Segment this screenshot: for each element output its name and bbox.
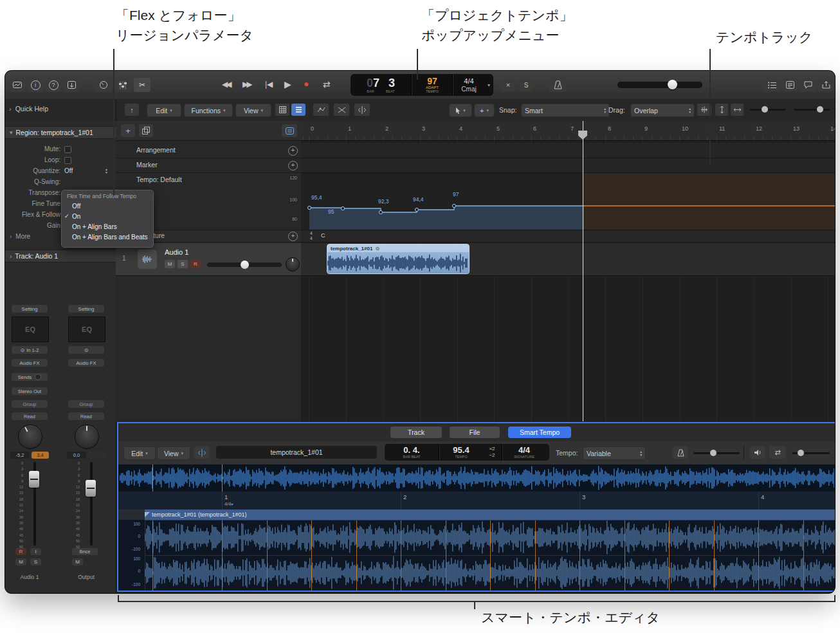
editor-cycle-icon[interactable]: ⇄ [769, 446, 786, 459]
waveform-overview[interactable] [118, 464, 835, 492]
vertical-zoom-slider[interactable] [750, 109, 786, 111]
more-row[interactable]: › More [10, 233, 30, 240]
sends-slot[interactable]: Sends [12, 373, 48, 381]
lcd-chevron-icon[interactable]: ▾ [484, 74, 493, 96]
automation-icon[interactable] [313, 104, 329, 116]
track-inspector-header[interactable]: › Track: Audio 1 [5, 250, 116, 262]
crossfade-icon[interactable] [334, 104, 349, 116]
functions-menu[interactable]: Functions▾ [184, 104, 233, 117]
pan-knob[interactable] [75, 425, 99, 449]
vertical-zoom-slider-knob[interactable] [762, 106, 768, 113]
master-volume-slider[interactable] [617, 82, 702, 88]
param-row-loop[interactable]: Loop: [5, 155, 116, 165]
waveform-detail[interactable]: 100 0 -100 100 0 -100 [118, 520, 835, 591]
fader-thumb[interactable] [29, 471, 39, 488]
tempo-point-label[interactable]: 94,4 [413, 196, 424, 203]
list-view-icon[interactable] [291, 104, 306, 116]
bar-ruler[interactable]: 0 1 2 3 4 5 6 7 8 9 10 11 12 13 14 [301, 121, 835, 141]
replace-button[interactable]: × [502, 78, 515, 91]
tab-smart-tempo[interactable]: Smart Tempo [508, 427, 571, 438]
playhead-line[interactable] [583, 121, 583, 421]
smart-controls-icon[interactable] [95, 78, 112, 92]
pointer-tool-menu[interactable]: ▾ [449, 104, 472, 117]
automation-mode-slot[interactable]: Read [12, 412, 48, 420]
group-slot[interactable]: Group [68, 400, 104, 408]
pan-readout[interactable] [88, 452, 105, 459]
share-icon[interactable] [818, 78, 834, 91]
editors-scissors-icon[interactable]: ✂ [134, 78, 151, 92]
input-monitor-button[interactable]: I [30, 548, 41, 555]
go-to-beginning-button[interactable]: |◀ [265, 80, 273, 89]
catch-playhead-icon[interactable]: ↑ [125, 104, 139, 116]
grid-view-icon[interactable] [275, 104, 289, 116]
solo-button[interactable]: S [30, 558, 41, 565]
add-signature-icon[interactable]: + [288, 232, 298, 241]
mute-checkbox[interactable] [64, 146, 71, 153]
forward-button[interactable]: ▶▶ [242, 80, 250, 89]
arrangement-lane[interactable] [301, 143, 835, 158]
input-slot[interactable]: ⊙ [68, 346, 104, 354]
preview-speaker-icon[interactable] [750, 446, 765, 459]
duplicate-track-button[interactable] [139, 124, 153, 137]
master-volume-knob[interactable] [668, 80, 677, 89]
editor-ruler[interactable]: 1 2 3 4 4/4▾ [118, 491, 835, 510]
record-enable-button[interactable]: R [15, 548, 26, 555]
tempo-point-label[interactable]: 92,3 [378, 198, 389, 205]
audio-fx-slot[interactable]: Audio FX [12, 359, 48, 367]
marker-lane[interactable] [301, 158, 835, 173]
input-slot[interactable]: ⊙ In 1-2 [12, 346, 48, 354]
global-track-arrangement[interactable]: Arrangement + [116, 143, 301, 158]
volume-readout[interactable]: 0,0 [67, 452, 86, 459]
volume-readout[interactable]: -5,2 [10, 452, 30, 459]
signature-lane[interactable]: 4 4 C [301, 230, 835, 243]
audio-fx-slot[interactable]: Audio FX [68, 359, 104, 367]
region-header[interactable]: tempotrack_1#01 ⊙ [327, 244, 469, 252]
quantize-value[interactable]: Off [64, 167, 73, 174]
track-volume-slider[interactable] [207, 262, 282, 267]
editor-lcd[interactable]: 0. 4. BAR BEAT 95.4 TEMPO ×2 ÷2 4/4 [385, 444, 549, 461]
lcd-tempo-section[interactable]: 97 ADAPT TEMPO [412, 74, 452, 96]
lcd-display[interactable]: 073 BAR BEAT 97 ADAPT TEMPO 4/4 Cmaj [351, 74, 493, 96]
eq-display[interactable]: EQ [68, 316, 105, 342]
mute-button[interactable]: M [15, 558, 26, 565]
note-pads-icon[interactable] [782, 78, 798, 91]
pan-knob[interactable] [18, 425, 42, 449]
horizontal-zoom-icon[interactable] [731, 104, 744, 116]
tempo-point-label[interactable]: 97 [453, 191, 459, 197]
fader[interactable]: 0 3 6 9 12 15 18 21 24 30 35 40 45 50 60 [64, 461, 108, 547]
snap-select[interactable]: Smart ▴▾ [521, 104, 610, 117]
output-slot[interactable]: Stereo Out [12, 387, 48, 395]
track-pan-knob[interactable] [286, 257, 300, 271]
param-row-quantize[interactable]: Quantize: Off ▴▾ [5, 166, 116, 176]
setting-button[interactable]: Setting [12, 305, 48, 313]
global-tracks-config-button[interactable] [282, 124, 297, 137]
tempo-divide-button[interactable]: ÷2 [489, 452, 495, 459]
param-row-q-swing[interactable]: Q-Swing: [5, 177, 116, 187]
lcd-key-section[interactable]: 4/4 Cmaj [453, 74, 484, 96]
track-volume-knob[interactable] [241, 261, 249, 269]
chat-icon[interactable] [800, 78, 816, 91]
track-mute-button[interactable]: M [165, 260, 175, 268]
global-track-marker[interactable]: Marker + [116, 158, 301, 173]
editor-metronome-slider[interactable] [693, 452, 740, 454]
eq-display[interactable]: EQ [12, 316, 49, 342]
menu-item-on[interactable]: ✓ On [62, 212, 153, 222]
editor-file-name-field[interactable]: tempotrack_1#01 [216, 446, 377, 459]
mute-button[interactable]: M [72, 558, 83, 565]
editor-view-menu[interactable]: View▾ [157, 446, 190, 460]
secondary-tool-menu[interactable]: + ▾ [474, 104, 495, 117]
tab-file[interactable]: File [450, 427, 500, 438]
tempo-lane[interactable]: 95,4 95 92,3 94,4 97 [301, 173, 835, 230]
param-row-mute[interactable]: Mute: [5, 144, 116, 154]
quick-help-row[interactable]: › Quick Help [9, 105, 48, 113]
pan-readout[interactable]: 3,4 [32, 452, 49, 459]
list-editors-icon[interactable] [764, 78, 780, 91]
view-menu[interactable]: View▾ [235, 104, 271, 117]
editor-metronome-slider-knob[interactable] [710, 450, 717, 456]
solo-mode-button[interactable]: S [520, 78, 533, 91]
editor-flex-icon[interactable] [194, 446, 210, 459]
add-track-button[interactable]: + [121, 124, 135, 137]
editor-edit-menu[interactable]: Edit▾ [123, 446, 156, 460]
editor-metronome-icon[interactable] [673, 446, 688, 459]
horizontal-zoom-slider[interactable] [794, 109, 830, 111]
